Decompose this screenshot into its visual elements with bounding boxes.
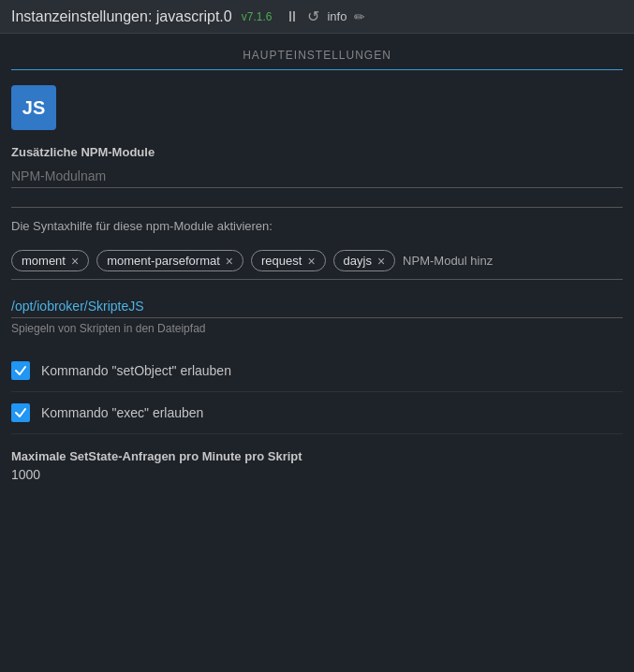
header-actions: ⏸ ↺ info ✏	[285, 7, 365, 25]
pause-icon[interactable]: ⏸	[285, 8, 300, 25]
checkbox-exec[interactable]	[11, 403, 30, 422]
npm-modules-label: Zusätzliche NPM-Module	[11, 145, 623, 159]
path-description: Spiegeln von Skripten in den Dateipfad	[11, 322, 623, 335]
edit-icon[interactable]: ✏	[354, 9, 365, 24]
page-title: Instanzeinstellungen: javascript.0	[11, 8, 232, 25]
info-link[interactable]: info	[327, 9, 346, 23]
add-module-placeholder[interactable]: NPM-Modul hinz	[403, 254, 493, 268]
max-requests-label: Maximale SetState-Anfragen pro Minute pr…	[11, 449, 623, 463]
tag-request-label: request	[261, 254, 302, 268]
input-divider-1	[11, 207, 623, 208]
checkbox-exec-label: Kommando "exec" erlauben	[41, 405, 203, 420]
tag-moment-parseformat-label: moment-parseformat	[107, 254, 220, 268]
tag-moment-parseformat-close[interactable]: ×	[226, 255, 233, 268]
version-badge: v7.1.6	[242, 10, 273, 23]
refresh-icon[interactable]: ↺	[307, 7, 319, 25]
tag-dayjs: dayjs ×	[333, 250, 396, 271]
section-divider	[11, 69, 623, 70]
npm-module-input[interactable]	[11, 165, 623, 188]
main-content: JS Zusätzliche NPM-Module Die Syntaxhilf…	[0, 85, 634, 482]
checkbox-exec-row: Kommando "exec" erlauben	[11, 392, 623, 434]
max-requests-value: 1000	[11, 467, 623, 482]
tag-moment-close[interactable]: ×	[71, 255, 79, 268]
checkbox-setobject[interactable]	[11, 361, 30, 380]
tags-container: moment × moment-parseformat × request × …	[11, 242, 623, 280]
tag-request: request ×	[251, 250, 326, 271]
js-logo-text: JS	[22, 97, 45, 119]
section-heading: HAUPTEINSTELLUNGEN	[0, 34, 634, 69]
syntax-help-label: Die Syntaxhilfe für diese npm-Module akt…	[11, 219, 623, 233]
tag-moment-label: moment	[22, 254, 66, 268]
path-input[interactable]	[11, 295, 623, 318]
tag-dayjs-close[interactable]: ×	[377, 255, 385, 268]
checkbox-setobject-row: Kommando "setObject" erlauben	[11, 350, 623, 392]
header: Instanzeinstellungen: javascript.0 v7.1.…	[0, 0, 634, 34]
checkbox-setobject-label: Kommando "setObject" erlauben	[41, 363, 231, 378]
tag-moment-parseformat: moment-parseformat ×	[96, 250, 243, 271]
js-logo: JS	[11, 85, 56, 130]
tag-moment: moment ×	[11, 250, 89, 271]
tag-request-close[interactable]: ×	[307, 255, 315, 268]
tag-dayjs-label: dayjs	[344, 254, 372, 268]
